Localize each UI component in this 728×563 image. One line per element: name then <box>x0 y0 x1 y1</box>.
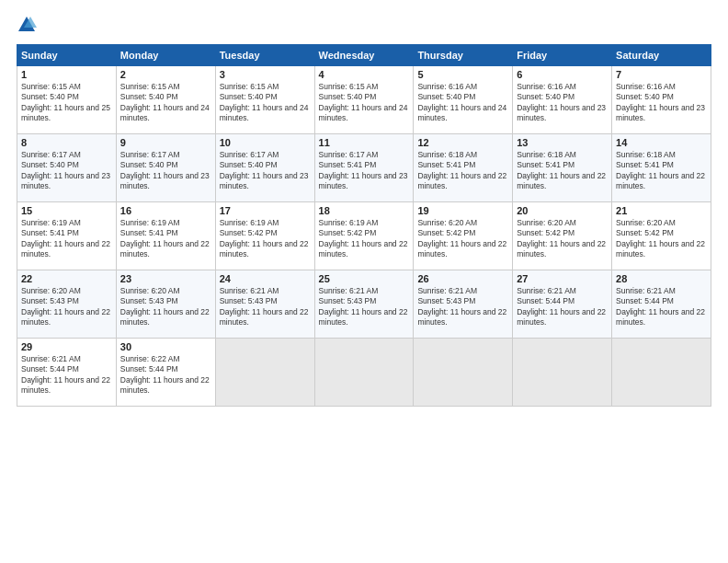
week-row-4: 29 Sunrise: 6:21 AMSunset: 5:44 PMDaylig… <box>17 339 711 407</box>
day-number: 4 <box>319 69 410 80</box>
logo-icon <box>17 15 37 35</box>
day-number: 28 <box>616 273 707 284</box>
week-row-0: 1 Sunrise: 6:15 AMSunset: 5:40 PMDayligh… <box>17 66 711 134</box>
day-number: 2 <box>120 69 211 80</box>
calendar-cell: 3 Sunrise: 6:15 AMSunset: 5:40 PMDayligh… <box>215 66 314 134</box>
cell-content: Sunrise: 6:20 AMSunset: 5:42 PMDaylight:… <box>616 218 705 259</box>
cell-content: Sunrise: 6:18 AMSunset: 5:41 PMDaylight:… <box>517 150 606 190</box>
calendar-cell: 7 Sunrise: 6:16 AMSunset: 5:40 PMDayligh… <box>612 66 711 134</box>
calendar-cell <box>314 339 414 407</box>
day-number: 6 <box>517 69 608 80</box>
day-number: 19 <box>417 205 508 216</box>
day-number: 11 <box>319 137 410 148</box>
calendar-cell: 30 Sunrise: 6:22 AMSunset: 5:44 PMDaylig… <box>116 339 215 407</box>
calendar-cell <box>513 339 612 407</box>
calendar-cell <box>414 339 513 407</box>
header-row: SundayMondayTuesdayWednesdayThursdayFrid… <box>17 45 711 66</box>
cell-content: Sunrise: 6:18 AMSunset: 5:41 PMDaylight:… <box>417 150 506 190</box>
cell-content: Sunrise: 6:22 AMSunset: 5:44 PMDaylight:… <box>120 354 210 395</box>
cell-content: Sunrise: 6:17 AMSunset: 5:40 PMDaylight:… <box>21 150 110 190</box>
cell-content: Sunrise: 6:21 AMSunset: 5:43 PMDaylight:… <box>220 286 309 327</box>
day-number: 24 <box>220 273 311 284</box>
day-number: 30 <box>120 341 211 352</box>
calendar-cell: 13 Sunrise: 6:18 AMSunset: 5:41 PMDaylig… <box>513 134 612 202</box>
day-number: 18 <box>319 205 410 216</box>
cell-content: Sunrise: 6:20 AMSunset: 5:42 PMDaylight:… <box>417 218 506 259</box>
cell-content: Sunrise: 6:21 AMSunset: 5:44 PMDaylight:… <box>517 286 606 327</box>
cell-content: Sunrise: 6:15 AMSunset: 5:40 PMDaylight:… <box>220 82 309 122</box>
cell-content: Sunrise: 6:18 AMSunset: 5:41 PMDaylight:… <box>616 150 705 190</box>
day-number: 27 <box>517 273 608 284</box>
day-number: 10 <box>220 137 311 148</box>
day-number: 16 <box>120 205 211 216</box>
calendar-cell: 12 Sunrise: 6:18 AMSunset: 5:41 PMDaylig… <box>414 134 513 202</box>
calendar-cell: 27 Sunrise: 6:21 AMSunset: 5:44 PMDaylig… <box>513 270 612 339</box>
cell-content: Sunrise: 6:19 AMSunset: 5:41 PMDaylight:… <box>120 218 210 259</box>
calendar-cell: 22 Sunrise: 6:20 AMSunset: 5:43 PMDaylig… <box>17 270 117 339</box>
cell-content: Sunrise: 6:21 AMSunset: 5:44 PMDaylight:… <box>21 354 110 395</box>
calendar-cell: 11 Sunrise: 6:17 AMSunset: 5:41 PMDaylig… <box>314 134 414 202</box>
day-number: 12 <box>417 137 508 148</box>
page: SundayMondayTuesdayWednesdayThursdayFrid… <box>0 0 728 563</box>
cell-content: Sunrise: 6:15 AMSunset: 5:40 PMDaylight:… <box>120 82 210 122</box>
day-number: 17 <box>220 205 311 216</box>
cell-content: Sunrise: 6:21 AMSunset: 5:44 PMDaylight:… <box>616 286 705 327</box>
calendar-cell: 17 Sunrise: 6:19 AMSunset: 5:42 PMDaylig… <box>215 202 314 270</box>
calendar-cell: 24 Sunrise: 6:21 AMSunset: 5:43 PMDaylig… <box>215 270 314 339</box>
header-day-wednesday: Wednesday <box>314 45 414 66</box>
calendar-cell: 10 Sunrise: 6:17 AMSunset: 5:40 PMDaylig… <box>215 134 314 202</box>
cell-content: Sunrise: 6:17 AMSunset: 5:40 PMDaylight:… <box>120 150 210 190</box>
cell-content: Sunrise: 6:15 AMSunset: 5:40 PMDaylight:… <box>21 82 110 122</box>
day-number: 20 <box>517 205 608 216</box>
header-day-tuesday: Tuesday <box>215 45 314 66</box>
cell-content: Sunrise: 6:20 AMSunset: 5:43 PMDaylight:… <box>120 286 210 327</box>
calendar-cell: 14 Sunrise: 6:18 AMSunset: 5:41 PMDaylig… <box>612 134 711 202</box>
header-day-friday: Friday <box>513 45 612 66</box>
cell-content: Sunrise: 6:19 AMSunset: 5:41 PMDaylight:… <box>21 218 110 259</box>
day-number: 9 <box>120 137 211 148</box>
calendar-cell: 5 Sunrise: 6:16 AMSunset: 5:40 PMDayligh… <box>414 66 513 134</box>
week-row-2: 15 Sunrise: 6:19 AMSunset: 5:41 PMDaylig… <box>17 202 711 270</box>
calendar-cell <box>215 339 314 407</box>
calendar-cell: 20 Sunrise: 6:20 AMSunset: 5:42 PMDaylig… <box>513 202 612 270</box>
day-number: 23 <box>120 273 211 284</box>
cell-content: Sunrise: 6:15 AMSunset: 5:40 PMDaylight:… <box>319 82 408 122</box>
calendar-cell <box>612 339 711 407</box>
calendar-cell: 6 Sunrise: 6:16 AMSunset: 5:40 PMDayligh… <box>513 66 612 134</box>
cell-content: Sunrise: 6:20 AMSunset: 5:42 PMDaylight:… <box>517 218 606 259</box>
day-number: 14 <box>616 137 707 148</box>
cell-content: Sunrise: 6:16 AMSunset: 5:40 PMDaylight:… <box>517 82 606 122</box>
calendar-cell: 29 Sunrise: 6:21 AMSunset: 5:44 PMDaylig… <box>17 339 117 407</box>
calendar-cell: 28 Sunrise: 6:21 AMSunset: 5:44 PMDaylig… <box>612 270 711 339</box>
cell-content: Sunrise: 6:16 AMSunset: 5:40 PMDaylight:… <box>417 82 506 122</box>
calendar-cell: 15 Sunrise: 6:19 AMSunset: 5:41 PMDaylig… <box>17 202 117 270</box>
cell-content: Sunrise: 6:16 AMSunset: 5:40 PMDaylight:… <box>616 82 705 122</box>
calendar-cell: 23 Sunrise: 6:20 AMSunset: 5:43 PMDaylig… <box>116 270 215 339</box>
calendar-cell: 18 Sunrise: 6:19 AMSunset: 5:42 PMDaylig… <box>314 202 414 270</box>
header-day-monday: Monday <box>116 45 215 66</box>
calendar-cell: 8 Sunrise: 6:17 AMSunset: 5:40 PMDayligh… <box>17 134 117 202</box>
header <box>17 15 711 35</box>
day-number: 8 <box>21 137 112 148</box>
cell-content: Sunrise: 6:17 AMSunset: 5:40 PMDaylight:… <box>220 150 309 190</box>
calendar-cell: 21 Sunrise: 6:20 AMSunset: 5:42 PMDaylig… <box>612 202 711 270</box>
day-number: 3 <box>220 69 311 80</box>
calendar-cell: 16 Sunrise: 6:19 AMSunset: 5:41 PMDaylig… <box>116 202 215 270</box>
calendar-cell: 26 Sunrise: 6:21 AMSunset: 5:43 PMDaylig… <box>414 270 513 339</box>
calendar-cell: 4 Sunrise: 6:15 AMSunset: 5:40 PMDayligh… <box>314 66 414 134</box>
day-number: 7 <box>616 69 707 80</box>
logo <box>17 15 40 35</box>
week-row-3: 22 Sunrise: 6:20 AMSunset: 5:43 PMDaylig… <box>17 270 711 339</box>
cell-content: Sunrise: 6:19 AMSunset: 5:42 PMDaylight:… <box>220 218 309 259</box>
day-number: 21 <box>616 205 707 216</box>
day-number: 22 <box>21 273 112 284</box>
day-number: 29 <box>21 341 112 352</box>
day-number: 1 <box>21 69 112 80</box>
day-number: 5 <box>417 69 508 80</box>
calendar-cell: 1 Sunrise: 6:15 AMSunset: 5:40 PMDayligh… <box>17 66 117 134</box>
cell-content: Sunrise: 6:20 AMSunset: 5:43 PMDaylight:… <box>21 286 110 327</box>
week-row-1: 8 Sunrise: 6:17 AMSunset: 5:40 PMDayligh… <box>17 134 711 202</box>
calendar-cell: 19 Sunrise: 6:20 AMSunset: 5:42 PMDaylig… <box>414 202 513 270</box>
day-number: 15 <box>21 205 112 216</box>
day-number: 26 <box>417 273 508 284</box>
